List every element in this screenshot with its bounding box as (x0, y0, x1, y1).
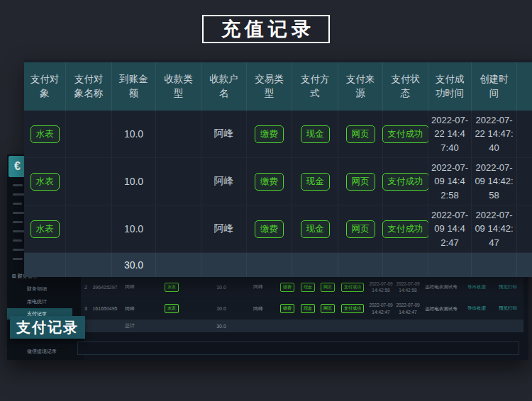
column-header-recv-account: 收款户名 (201, 62, 247, 111)
trade-type-badge: 缴费 (255, 173, 284, 191)
recv-account-cell: 阿峰 (201, 158, 247, 205)
pay-method-badge: 现金 (301, 283, 315, 292)
order-number: 161650495 (91, 306, 119, 311)
sidebar-item-fragment (13, 212, 24, 214)
pay-status-badge: 支付成功 (341, 283, 364, 292)
column-header-amount: 到账金额 (112, 62, 156, 111)
account-name: 阿峰 (240, 283, 277, 290)
amount-cell: 10.0 (112, 111, 156, 158)
success-time-cell: 2022-07-22 14:47:40 (428, 111, 472, 158)
pay-target-badge: 水表 (31, 125, 60, 143)
total-cell (517, 253, 532, 277)
column-header-clipped (517, 62, 532, 111)
pay-source-badge: 网页 (346, 173, 375, 191)
create-time-cell: 2022-07-09 14:42:47 (472, 205, 517, 253)
total-cell (338, 253, 383, 277)
success-time-cell: 2022-07-09 14:42:47 (428, 205, 472, 253)
recv-account-cell: 阿峰 (201, 205, 247, 253)
amount: 10.0 (203, 285, 240, 290)
sidebar-item-fragment (13, 258, 23, 260)
sidebar-item-fragment (13, 239, 22, 242)
table-total-row: 总计 30.0 (81, 320, 523, 332)
success-time: 2022-07-09 14:42:47 (367, 302, 394, 315)
amount-cell: 10.0 (112, 158, 156, 205)
sidebar-item-finance-detail[interactable]: 财务明细 (27, 286, 47, 293)
pay-source-badge: 网页 (321, 304, 335, 313)
row-index: 2 (81, 285, 91, 290)
column-header-target-name: 支付对象名称 (66, 62, 112, 111)
account-name: 阿峰 (240, 305, 277, 312)
create-time-cell: 2022-07-09 14:42:58 (472, 158, 517, 205)
pay-status-badge: 支付成功 (341, 304, 364, 313)
recv-type-cell (156, 205, 201, 253)
meter-type-badge: 水表 (165, 283, 179, 292)
recharge-records-table: 支付对象 支付对象名称 到账金额 收款类型 收款户名 交易类型 支付方式 支付来… (24, 60, 532, 277)
pay-status-badge: 支付成功 (382, 125, 429, 143)
total-cell (472, 253, 517, 277)
target-name-cell (66, 158, 112, 205)
total-cell (428, 253, 472, 277)
target-name-cell (66, 205, 112, 253)
payment-records-callout: 支付记录 (10, 316, 85, 339)
amount-cell: 10.0 (112, 205, 156, 253)
sidebar-item-fragment (13, 221, 23, 223)
create-time: 2022-07-09 14:42:58 (394, 281, 421, 294)
page-title: 充值记录 (202, 15, 330, 43)
table-row: 2 396415297 阿峰 水表 10.0 阿峰 缴费 现金 网页 支付成功 … (81, 276, 523, 298)
trade-type-badge: 缴费 (255, 220, 284, 238)
create-time: 2022-07-09 14:42:47 (394, 302, 421, 315)
column-header-recv-type: 收款类型 (156, 62, 201, 111)
amount: 10.0 (203, 306, 240, 311)
trade-type-badge: 缴费 (255, 125, 284, 143)
pay-method-badge: 现金 (301, 125, 330, 143)
export-receipt-link[interactable]: 导出收据 (461, 305, 492, 312)
sidebar-item-fragment (13, 184, 23, 186)
meter-type-badge: 水表 (165, 304, 179, 313)
column-header-pay-source: 支付来源 (338, 62, 383, 111)
total-cell (247, 253, 292, 277)
total-cell (292, 253, 338, 277)
sidebar-item-fragment (13, 249, 24, 251)
pay-source-badge: 网页 (321, 283, 335, 292)
grid-icon: ⊞ (12, 273, 18, 278)
sidebar-item-fragment (13, 203, 22, 205)
pay-source-badge: 网页 (346, 125, 375, 143)
pay-status-badge: 支付成功 (382, 220, 429, 238)
total-cell (156, 253, 201, 277)
export-receipt-link[interactable]: 导出收据 (461, 284, 492, 290)
create-time-cell: 2022-07-22 14:47:40 (472, 111, 517, 158)
clipped-cell: 远 (517, 158, 532, 205)
target-name-cell (66, 111, 112, 158)
recv-type-cell (156, 158, 201, 205)
screen: 充值记录 € ⊞ 财务管理ˆ 财务明细 用电统计 支付记录 微信提现记录 支付记… (0, 0, 532, 401)
remark: 远程电表测试号 (421, 283, 461, 290)
total-cell (66, 253, 112, 277)
preview-print-link[interactable]: 预览打印 (492, 284, 523, 290)
total-cell (383, 253, 428, 277)
column-header-pay-status: 支付状态 (383, 62, 428, 111)
order-number: 396415297 (91, 285, 119, 290)
column-header-pay-method: 支付方式 (292, 62, 338, 111)
column-header-pay-target: 支付对象 (24, 62, 66, 111)
payer-name: 阿峰 (119, 305, 140, 312)
column-header-create-time: 创建时间 (472, 62, 517, 111)
total-label: 总计 (119, 322, 140, 329)
pay-method-badge: 现金 (301, 173, 330, 191)
sidebar-item-fragment (13, 193, 25, 196)
sidebar-item-wechat-withdraw-records[interactable]: 微信提现记录 (27, 348, 57, 355)
clipped-cell: 远 (517, 111, 532, 158)
total-amount: 30.0 (203, 324, 240, 329)
table-row: 3 161650495 阿峰 水表 10.0 阿峰 缴费 现金 网页 支付成功 … (81, 298, 523, 320)
pay-method-badge: 现金 (301, 304, 315, 313)
trade-type-badge: 缴费 (280, 283, 294, 292)
column-header-success-time: 支付成功时间 (428, 62, 472, 111)
recv-type-cell (156, 111, 201, 158)
success-time: 2022-07-09 14:42:58 (367, 281, 394, 294)
pay-target-badge: 水表 (31, 220, 60, 238)
success-time-cell: 2022-07-09 14:42:58 (428, 158, 472, 205)
clipped-cell: 远 (517, 205, 532, 253)
pay-target-badge: 水表 (31, 173, 60, 191)
total-cell (201, 253, 247, 277)
sidebar-item-electricity-stats[interactable]: 用电统计 (27, 298, 47, 305)
preview-print-link[interactable]: 预览打印 (492, 305, 523, 312)
